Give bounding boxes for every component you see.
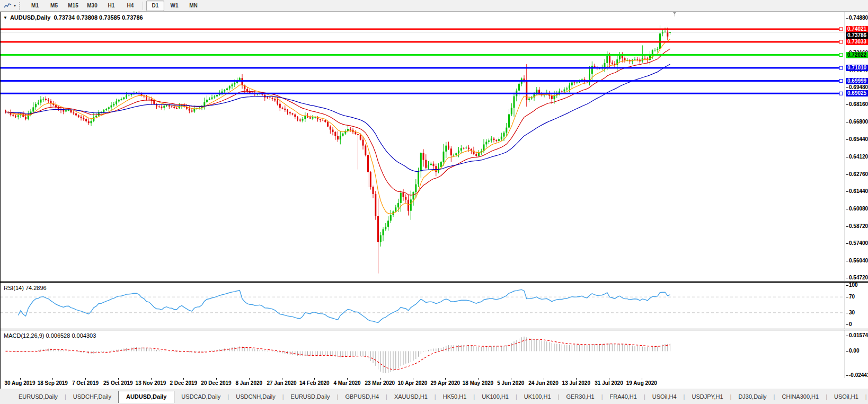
date-tick-label: 4 Mar 2020 [333,380,360,386]
tab-xauusd-h1[interactable]: XAUUSD,H1 [387,392,435,401]
tab-gbpusd-h4[interactable]: GBPUSD,H4 [338,392,386,401]
tab-audusd-daily[interactable]: AUDUSD,Daily [118,391,174,403]
date-tick [118,378,119,380]
macd-histogram [6,337,670,373]
date-tick-label: 20 Dec 2019 [201,380,231,386]
timeframe-button-m30[interactable]: M30 [83,1,101,11]
tab-usdcnh-daily[interactable]: USDCNH,Daily [229,392,282,401]
macd-chart [1,330,845,378]
chart-title: ▼AUDUSD,Daily 0.73734 0.73808 0.73585 0.… [3,14,143,21]
date-tick-label: 25 Oct 2019 [103,380,133,386]
rsi-panel[interactable]: RSI(14) 74.2896 10070300 [1,283,868,329]
rsi-label: RSI(14) 74.2896 [4,285,47,291]
tab-dj30-daily[interactable]: DJ30,Daily [731,392,773,401]
tab-usoil-h1[interactable]: USOil,H1 [827,392,865,401]
chart-shift-marker [675,12,675,16]
tab-usdcad-daily[interactable]: USDCAD,Daily [174,392,227,401]
date-tick [216,378,217,380]
date-tick [282,378,282,380]
date-tick [85,378,86,380]
timeframe-button-h1[interactable]: H1 [102,1,120,11]
tab-hk50-h1[interactable]: HK50,H1 [436,392,474,401]
price-level-badge: 0.73786 [846,32,868,39]
macd-tick-label: 0.015741 [846,332,868,339]
date-tick-label: 13 Nov 2019 [136,380,166,386]
date-tick [380,378,380,380]
tab-uk100-h1[interactable]: UK100,H1 [475,392,516,401]
chart-tab-bar: EURUSD,Daily|USDCHF,DailyAUDUSD,DailyUSD… [0,389,868,404]
date-tick [609,378,609,380]
price-tick-label: 0.62760 [846,171,868,178]
price-axis[interactable]: 0.748800.735200.721600.708400.694800.681… [845,12,868,281]
tab-ger30-h1[interactable]: GER30,H1 [559,392,601,401]
date-tick [52,378,53,380]
price-level-badge: 0.73033 [846,39,868,45]
moving-averages [6,39,670,214]
rsi-tick-label: 0 [846,321,852,328]
tab-eurusd-daily[interactable]: EURUSD,Daily [284,392,337,401]
price-panel[interactable]: ▼AUDUSD,Daily 0.73734 0.73808 0.73585 0.… [1,12,868,281]
price-tick-label: 0.58720 [846,223,868,230]
timeframe-button-m15[interactable]: M15 [64,1,82,11]
timeframe-button-m5[interactable]: M5 [45,1,63,11]
chart-ohlc-label: 0.73734 0.73808 0.73585 0.73786 [54,14,143,21]
macd-tick-label: 0.00 [846,348,859,354]
horizontal-levels[interactable] [1,28,843,95]
price-tick-label: 0.74880 [846,15,868,21]
price-tick-label: 0.66800 [846,119,868,125]
date-tick-label: 23 Mar 2020 [365,380,395,386]
macd-label: MACD(12,26,9) 0.006528 0.004303 [4,332,96,339]
date-tick-label: 18 Sep 2019 [38,380,68,386]
date-tick [576,378,577,380]
price-tick-label: 0.57400 [846,240,868,247]
date-tick-label: 10 Apr 2020 [398,380,428,386]
toolbar-grip [19,2,23,10]
date-tick [183,378,184,380]
tab-scroll-controls: |◂▸ [865,393,868,400]
price-tick-label: 0.56040 [846,258,868,264]
tab-usdchf-daily[interactable]: USDCHF,Daily [66,392,118,401]
time-axis[interactable]: 30 Aug 201918 Sep 20197 Oct 201925 Oct 2… [1,378,868,389]
timeframe-button-h4[interactable]: H4 [121,1,139,11]
tab-usoil-h4[interactable]: USOil,H4 [645,392,684,401]
chevron-down-icon[interactable]: ▾ [14,3,16,8]
date-tick-label: 2 Dec 2019 [170,380,197,386]
price-tick-label: 0.61440 [846,188,868,195]
date-tick [445,378,446,380]
tab-china300-h1[interactable]: CHINA300,H1 [775,392,826,401]
date-tick-label: 14 Feb 2020 [299,380,330,386]
rsi-tick-label: 70 [846,294,855,300]
chart-line-tool-icon[interactable] [2,2,13,10]
tab-uk100-h1[interactable]: UK100,H1 [517,392,558,401]
macd-panel[interactable]: MACD(12,26,9) 0.006528 0.004303 0.015741… [1,330,868,378]
tab-eurusd-daily[interactable]: EURUSD,Daily [12,392,65,401]
date-tick [413,378,413,380]
price-level-badge: 0.69999 [846,78,868,84]
price-level-badge: 0.71010 [846,65,868,71]
tab-fra40-h1[interactable]: FRA40,H1 [603,392,644,401]
down-triangle-icon[interactable]: ▼ [3,15,7,20]
date-tick [642,378,642,380]
date-tick-label: 18 May 2020 [463,380,493,386]
price-tick-label: 0.65440 [846,136,868,143]
rsi-tick-label: 30 [846,310,855,316]
chart-symbol-label: AUDUSD,Daily [10,14,50,21]
date-tick-label: 27 Jan 2020 [267,380,296,386]
price-level-badge: 0.69025 [846,90,868,96]
date-tick [511,378,511,380]
price-tick-label: 0.64120 [846,154,868,160]
price-tick-label: 0.60080 [846,206,868,212]
candlestick-chart[interactable] [1,12,845,281]
date-tick [249,378,250,380]
chart-window: ▼AUDUSD,Daily 0.73734 0.73808 0.73585 0.… [0,12,868,389]
price-level-badge: 0.74021 [846,26,868,32]
date-tick-label: 19 Aug 2020 [626,380,657,386]
toolbar-separator [143,2,143,10]
tab-usdjpy-h1[interactable]: USDJPY,H1 [685,392,730,401]
timeframe-button-w1[interactable]: W1 [165,1,183,11]
price-tick-label: 0.68160 [846,101,868,108]
timeframe-button-d1[interactable]: D1 [146,1,164,11]
timeframe-button-mn[interactable]: MN [184,1,202,11]
date-tick-label: 13 Jul 2020 [562,380,590,386]
timeframe-button-m1[interactable]: M1 [26,1,44,11]
